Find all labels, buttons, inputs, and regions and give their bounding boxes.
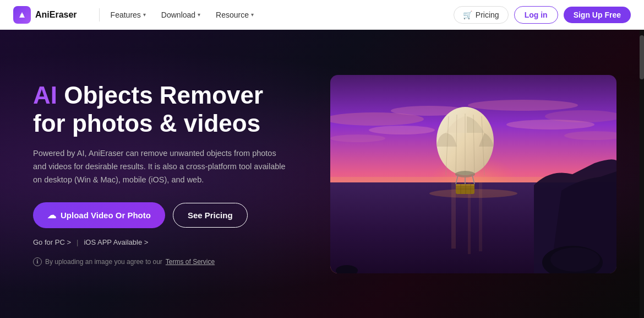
logo-text: AniEraser — [35, 10, 77, 20]
hero-title: AI Objects Remover for photos & videos — [33, 82, 297, 137]
logo-icon — [13, 6, 31, 24]
hero-image — [330, 75, 616, 273]
hero-description: Powered by AI, AniEraser can remove unwa… — [33, 147, 286, 187]
signup-button[interactable]: Sign Up Free — [564, 7, 631, 23]
nav-item-resource[interactable]: Resource ▾ — [209, 7, 260, 23]
scrollbar-track[interactable] — [640, 30, 644, 318]
svg-rect-31 — [456, 184, 474, 186]
link-separator: | — [77, 238, 78, 246]
upload-button[interactable]: ☁ Upload Video Or Photo — [33, 202, 165, 228]
nav-item-download[interactable]: Download ▾ — [155, 7, 207, 23]
svg-point-0 — [20, 14, 24, 17]
hero-image-container — [330, 75, 616, 273]
login-button[interactable]: Log in — [514, 6, 558, 24]
upload-icon: ☁ — [47, 210, 56, 220]
svg-point-8 — [506, 120, 594, 130]
hero-title-rest: Objects Remover for photos & videos — [33, 82, 263, 137]
pricing-button[interactable]: 🛒 Pricing — [454, 6, 509, 24]
svg-rect-14 — [451, 182, 456, 249]
svg-rect-16 — [479, 182, 482, 251]
go-for-pc-link[interactable]: Go for PC > — [33, 238, 71, 246]
nav-actions: 🛒 Pricing Log in Sign Up Free — [454, 6, 631, 24]
ios-app-link[interactable]: iOS APP Available > — [84, 238, 148, 246]
svg-point-18 — [550, 247, 600, 272]
hero-disclaimer: ℹ By uploading an image you agree to our… — [33, 257, 297, 266]
info-icon: ℹ — [33, 257, 42, 266]
nav-divider — [99, 8, 100, 21]
nav-links: Features ▾ Download ▾ Resource ▾ — [104, 7, 454, 23]
hero-section: AI Objects Remover for photos & videos P… — [0, 30, 644, 318]
hero-content: AI Objects Remover for photos & videos P… — [33, 82, 297, 266]
svg-point-9 — [330, 134, 385, 142]
svg-point-7 — [369, 126, 435, 134]
hero-title-ai: AI — [33, 82, 57, 109]
logo-area[interactable]: AniEraser — [13, 6, 77, 24]
svg-point-5 — [468, 100, 578, 111]
chevron-down-icon: ▾ — [143, 12, 146, 18]
svg-point-26 — [455, 171, 475, 177]
see-pricing-button[interactable]: See Pricing — [173, 203, 248, 228]
nav-item-features[interactable]: Features ▾ — [104, 7, 152, 23]
chevron-down-icon: ▾ — [198, 12, 200, 18]
tos-link[interactable]: Terms of Service — [166, 258, 215, 266]
scrollbar-thumb[interactable] — [640, 35, 644, 79]
disclaimer-text: By uploading an image you agree to our — [45, 258, 162, 266]
navbar: AniEraser Features ▾ Download ▾ Resource… — [0, 0, 644, 30]
hero-buttons: ☁ Upload Video Or Photo See Pricing — [33, 202, 297, 228]
hero-links: Go for PC > | iOS APP Available > — [33, 238, 297, 246]
chevron-down-icon: ▾ — [251, 12, 254, 18]
cart-icon: 🛒 — [463, 10, 472, 19]
